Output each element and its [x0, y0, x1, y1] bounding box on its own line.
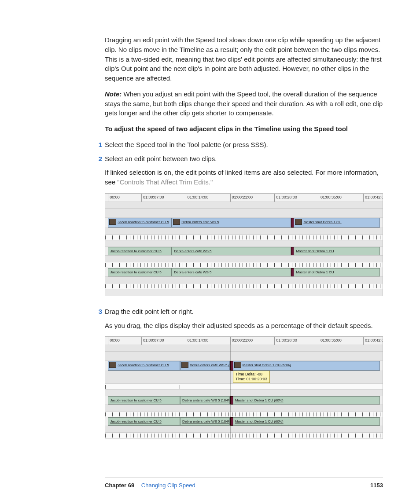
speed-tick-bar	[105, 412, 383, 417]
clip-label: Master shot Debra 1 CU	[296, 249, 334, 253]
tooltip-line: Time: 01:00:20:03	[236, 377, 267, 381]
tooltip-line: Time Delta: -08	[236, 372, 262, 376]
step-number: 2	[96, 154, 102, 164]
audio-clip[interactable]: Master shot Debra 1 CU (60%)	[233, 417, 380, 426]
step-number: 3	[96, 307, 102, 316]
ruler-label: 01:00:28:00	[276, 195, 297, 200]
ruler-label: 01:00:14:00	[188, 338, 209, 343]
clip-label: Jacob reaction to customer CU 5	[110, 270, 162, 274]
step-followup: If linked selection is on, the edit poin…	[105, 168, 383, 187]
task-heading: To adjust the speed of two adjacent clip…	[105, 124, 383, 134]
step-followup: As you drag, the clips display their adj…	[105, 321, 383, 331]
audio-clip[interactable]: Master shot Debra 1 CU	[294, 247, 379, 255]
speed-tick-bar	[105, 235, 383, 240]
audio-clip[interactable]: Jacob reaction to customer CU 5	[108, 417, 180, 426]
step-text: Drag the edit point left or right.	[105, 307, 383, 316]
note-body: When you adjust an edit point with the S…	[105, 90, 383, 117]
ruler-label: 01:00:42:00	[365, 338, 383, 343]
clip-label: Jacob reaction to customer CU 5	[118, 220, 169, 224]
ruler-label: 01:00:42:00	[365, 195, 383, 200]
page-number: 1153	[370, 482, 383, 490]
audio-track[interactable]: Jacob reaction to customer CU 5 Debra en…	[105, 247, 383, 256]
video-clip[interactable]: Master shot Debra 1 CU	[294, 218, 379, 228]
speed-tick-bar	[105, 262, 383, 268]
video-track[interactable]: Jacob reaction to customer CU 5 Debra en…	[105, 218, 383, 228]
clip-label: Master shot Debra 1 CU (60%)	[235, 419, 284, 423]
video-clip[interactable]: Jacob reaction to customer CU 5	[108, 361, 180, 371]
clip-thumbnail	[109, 219, 116, 225]
timeline-ruler[interactable]: 00:00 01:00:07:00 01:00:14:00 01:00:21:0…	[105, 194, 383, 202]
cross-reference-link[interactable]: "Controls That Affect Trim Edits."	[117, 178, 213, 186]
ruler-label: 01:00:07:00	[143, 195, 164, 200]
clip-label: Master shot Debra 1 CU (60%)	[235, 398, 284, 402]
clip-label: Debra enters cafe WS 5 (184%)	[190, 363, 230, 367]
ruler-label: 01:00:28:00	[276, 338, 297, 343]
ruler-label: 01:00:07:00	[143, 338, 164, 343]
clip-label: Master shot Debra 1 CU (60%)	[243, 363, 291, 367]
note-paragraph: Note: When you adjust an edit point with…	[105, 89, 383, 118]
audio-clip[interactable]: Jacob reaction to customer CU 5	[108, 396, 180, 405]
step-text: Select the Speed tool in the Tool palett…	[105, 140, 383, 150]
clip-thumbnail	[181, 362, 188, 368]
clip-thumbnail	[234, 362, 241, 368]
chapter-title: Changing Clip Speed	[141, 482, 195, 489]
audio-clip[interactable]: Jacob reaction to customer CU 5	[108, 268, 172, 276]
audio-track[interactable]: Jacob reaction to customer CU 5 Debra en…	[105, 417, 383, 426]
audio-track[interactable]: Jacob reaction to customer CU 5 Debra en…	[105, 268, 383, 277]
speed-tick-bar	[105, 433, 383, 438]
note-label: Note:	[105, 90, 122, 98]
timeline-ruler[interactable]: 00:00 01:00:07:00 01:00:14:00 01:00:21:0…	[105, 337, 383, 345]
ruler-label: 00:00	[110, 338, 120, 343]
clip-label: Debra enters cafe WS 5	[174, 270, 211, 274]
audio-clip[interactable]: Jacob reaction to customer CU 5	[108, 247, 172, 255]
clip-thumbnail	[173, 219, 180, 225]
video-clip[interactable]: Jacob reaction to customer CU 5	[108, 218, 172, 228]
clip-label: Debra enters cafe WS 5 (184%)	[182, 398, 230, 402]
audio-clip[interactable]: Debra enters cafe WS 5	[172, 247, 291, 255]
video-clip[interactable]: Master shot Debra 1 CU (60%)	[233, 361, 380, 371]
clip-label: Master shot Debra 1 CU	[303, 220, 341, 224]
audio-clip[interactable]: Debra enters cafe WS 5 (184%)	[180, 417, 230, 426]
page-footer: Chapter 69 Changing Clip Speed 1153	[105, 478, 383, 490]
clip-label: Jacob reaction to customer CU 5	[118, 363, 169, 367]
step-number: 1	[96, 140, 102, 150]
clip-label: Jacob reaction to customer CU 5	[110, 419, 162, 423]
ruler-label: 01:00:35:00	[321, 338, 342, 343]
clip-thumbnail	[295, 219, 302, 225]
timeline-figure-before: 00:00 01:00:07:00 01:00:14:00 01:00:21:0…	[105, 193, 383, 296]
chapter-label: Chapter 69	[105, 482, 134, 489]
step-text: Select an edit point between two clips.	[105, 154, 383, 164]
ruler-label: 01:00:14:00	[188, 195, 209, 200]
ruler-label: 00:00	[110, 195, 120, 200]
speed-tick-bar	[105, 283, 383, 289]
clip-label: Master shot Debra 1 CU	[296, 270, 334, 274]
audio-track[interactable]: Jacob reaction to customer CU 5 Debra en…	[105, 396, 383, 405]
clip-label: Debra enters cafe WS 5 (184%)	[182, 419, 230, 423]
ruler-label: 01:00:21:00	[232, 195, 253, 200]
ruler-label: 01:00:35:00	[321, 195, 342, 200]
audio-clip[interactable]: Master shot Debra 1 CU (60%)	[233, 396, 380, 405]
clip-label: Jacob reaction to customer CU 5	[110, 249, 162, 253]
speed-tick-bar	[105, 384, 383, 390]
clip-label: Debra enters cafe WS 5	[181, 220, 219, 224]
audio-clip[interactable]: Debra enters cafe WS 5 (184%)	[180, 396, 230, 405]
audio-clip[interactable]: Master shot Debra 1 CU	[294, 268, 379, 276]
clip-label: Debra enters cafe WS 5	[174, 249, 211, 253]
video-clip[interactable]: Debra enters cafe WS 5	[172, 218, 291, 228]
body-paragraph: Dragging an edit point with the Speed to…	[105, 35, 383, 83]
timeline-figure-after: 00:00 01:00:07:00 01:00:14:00 01:00:21:0…	[105, 336, 383, 439]
ruler-label: 01:00:21:00	[232, 338, 253, 343]
clip-thumbnail	[109, 362, 116, 368]
video-clip[interactable]: Debra enters cafe WS 5 (184%)	[180, 361, 230, 371]
drag-tooltip: Time Delta: -08 Time: 01:00:20:03	[233, 371, 270, 383]
audio-clip[interactable]: Debra enters cafe WS 5	[172, 268, 291, 276]
clip-label: Jacob reaction to customer CU 5	[110, 398, 162, 402]
video-track[interactable]: Jacob reaction to customer CU 5 Debra en…	[105, 361, 383, 371]
